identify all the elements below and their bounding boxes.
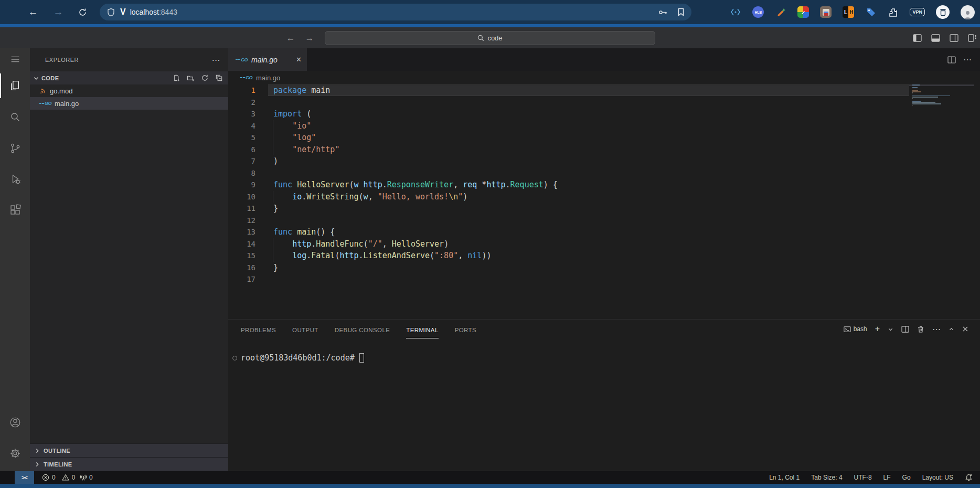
menu-button[interactable]: [0, 48, 30, 70]
code-line[interactable]: 4 "io": [228, 120, 980, 132]
file-item-main-go[interactable]: GOmain.go: [30, 97, 228, 110]
code-line[interactable]: 15 log.Fatal(http.ListenAndServe(":80", …: [228, 250, 980, 262]
code-line[interactable]: 14 http.HandleFunc("/", HelloServer): [228, 238, 980, 250]
new-file-icon[interactable]: [172, 74, 180, 82]
indent-guide: [273, 120, 273, 132]
notifications-bell-icon[interactable]: [965, 473, 973, 482]
code-line[interactable]: 16}: [228, 262, 980, 274]
split-terminal-icon[interactable]: [901, 326, 909, 333]
panel-tab-terminal[interactable]: TERMINAL: [406, 327, 438, 338]
browser-profile-avatar[interactable]: [961, 5, 975, 19]
split-editor-icon[interactable]: [947, 56, 956, 63]
panel-tab-debug-console[interactable]: DEBUG CONSOLE: [335, 327, 390, 338]
editor-more-actions-icon[interactable]: ⋯: [963, 55, 972, 65]
password-key-icon[interactable]: [658, 9, 667, 16]
accounts-button[interactable]: [0, 407, 30, 438]
code-line[interactable]: 8: [228, 167, 980, 179]
code-line[interactable]: 13func main() {: [228, 226, 980, 238]
terminal-shell-selector[interactable]: bash: [844, 325, 867, 333]
sidebar-item-source-control[interactable]: [0, 132, 30, 163]
editor-back-button[interactable]: ←: [284, 33, 297, 44]
settings-button[interactable]: [0, 438, 30, 469]
terminal-dropdown-icon[interactable]: [888, 326, 893, 332]
minimap[interactable]: [909, 84, 974, 108]
indent-guide: [273, 144, 273, 156]
code-line[interactable]: 6 "net/http": [228, 144, 980, 156]
url-text[interactable]: localhost:8443: [130, 8, 177, 16]
panel-tab-ports[interactable]: PORTS: [455, 327, 476, 338]
status-eol[interactable]: LF: [883, 474, 891, 481]
line-content: log.Fatal(http.ListenAndServe(":80", nil…: [255, 251, 491, 260]
file-item-go-mod[interactable]: go.mod: [30, 84, 228, 97]
tip-jar-icon[interactable]: [936, 5, 950, 19]
browser-back-button[interactable]: ←: [25, 4, 41, 20]
color-editor-extension-icon[interactable]: [797, 6, 809, 18]
code-line[interactable]: 2: [228, 97, 980, 109]
site-shield-icon[interactable]: [107, 8, 115, 17]
status-cursor-position[interactable]: Ln 1, Col 1: [769, 474, 800, 481]
editor-tab-main-go[interactable]: GO main.go ✕: [228, 48, 307, 71]
carrot-extension-icon[interactable]: [775, 6, 786, 18]
photos-extension-icon[interactable]: [820, 6, 832, 18]
code-line[interactable]: 3import (: [228, 108, 980, 120]
code-line[interactable]: 7): [228, 155, 980, 167]
timeline-section[interactable]: TIMELINE: [30, 457, 228, 471]
sidebar-item-explorer[interactable]: [0, 70, 30, 101]
status-language[interactable]: Go: [902, 474, 911, 481]
line-content: "log": [255, 133, 316, 142]
command-decoration-icon[interactable]: [232, 356, 237, 360]
panel-tab-output[interactable]: OUTPUT: [292, 327, 318, 338]
code-line[interactable]: 17: [228, 273, 980, 285]
toggle-panel-icon[interactable]: [931, 33, 940, 43]
browser-reload-button[interactable]: [74, 4, 90, 20]
status-keyboard-layout[interactable]: Layout: US: [922, 474, 953, 481]
refresh-icon[interactable]: [200, 74, 209, 82]
code-editor[interactable]: 1package main23import (4 "io"5 "log"6 "n…: [228, 84, 980, 319]
status-encoding[interactable]: UTF-8: [854, 474, 872, 481]
code-line[interactable]: 9func HelloServer(w http.ResponseWriter,…: [228, 179, 980, 191]
code-line[interactable]: 12: [228, 215, 980, 227]
browser-extensions-menu-icon[interactable]: [888, 7, 899, 18]
toggle-sidebar-icon[interactable]: [912, 33, 922, 43]
line-number: 7: [228, 157, 255, 165]
new-terminal-icon[interactable]: +: [875, 324, 880, 334]
folder-section-header[interactable]: CODE: [30, 71, 228, 84]
customize-layout-icon[interactable]: [967, 33, 977, 43]
tab-close-icon[interactable]: ✕: [296, 56, 302, 63]
browser-address-bar[interactable]: V localhost:8443: [100, 4, 691, 20]
kill-terminal-icon[interactable]: [917, 325, 924, 333]
outline-section[interactable]: OUTLINE: [30, 443, 228, 457]
code-line[interactable]: 5 "log": [228, 132, 980, 144]
sidebar-item-run-debug[interactable]: [0, 163, 30, 194]
panel-more-actions-icon[interactable]: ⋯: [932, 324, 941, 334]
code-line[interactable]: 10 io.WriteString(w, "Hello, worlds!\n"): [228, 191, 980, 203]
bookmark-icon[interactable]: [678, 8, 684, 16]
editor-forward-button[interactable]: →: [303, 33, 316, 44]
forwarded-ports-status[interactable]: 0: [80, 471, 93, 484]
new-folder-icon[interactable]: [186, 74, 195, 82]
tag-extension-icon[interactable]: [865, 6, 877, 18]
toggle-secondary-sidebar-icon[interactable]: [949, 33, 958, 43]
problems-status[interactable]: 0 0: [42, 471, 79, 484]
sidebar-item-extensions[interactable]: [0, 194, 30, 225]
vpn-badge[interactable]: VPN: [910, 8, 925, 16]
panel-tab-problems[interactable]: PROBLEMS: [241, 327, 276, 338]
remote-indicator[interactable]: ><: [15, 471, 34, 484]
explorer-more-actions-icon[interactable]: ⋯: [212, 55, 221, 65]
code-line[interactable]: 1package main: [228, 84, 980, 97]
breadcrumb[interactable]: GO main.go: [228, 71, 980, 84]
command-center-search[interactable]: code: [325, 31, 655, 45]
hlb-extension-icon[interactable]: HLB: [752, 6, 764, 18]
browser-forward-button[interactable]: →: [50, 4, 66, 20]
terminal[interactable]: root@95183d46b0d1:/code#: [228, 338, 980, 363]
close-panel-icon[interactable]: [962, 326, 968, 332]
maximize-panel-icon[interactable]: [949, 326, 954, 332]
collapse-folders-icon[interactable]: [215, 74, 223, 82]
status-indentation[interactable]: Tab Size: 4: [811, 474, 842, 481]
vscode-titlebar: ← → code: [0, 27, 980, 48]
code-line[interactable]: 11}: [228, 203, 980, 215]
sidebar-item-search[interactable]: [0, 101, 30, 132]
command-center-text: code: [487, 34, 502, 42]
lh-extension-icon[interactable]: LH: [843, 6, 854, 18]
code-brackets-extension-icon[interactable]: [730, 6, 741, 18]
